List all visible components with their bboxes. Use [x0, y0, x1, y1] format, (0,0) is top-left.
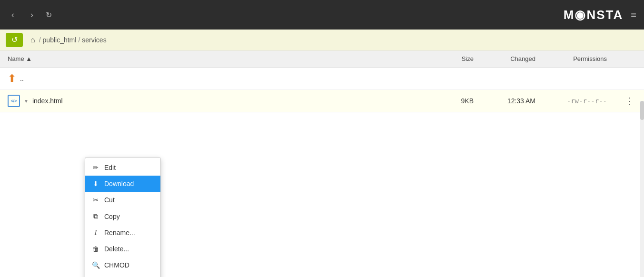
- col-permissions-header: Permissions: [543, 50, 614, 68]
- context-menu-item-edit[interactable]: ✏ Edit: [85, 159, 160, 176]
- html-file-icon: </>: [8, 95, 20, 107]
- col-size-header: Size: [434, 50, 481, 68]
- logo: M◉NSTA: [564, 8, 624, 22]
- col-actions-header: [614, 50, 644, 68]
- back-button[interactable]: ‹: [8, 8, 18, 22]
- file-manager-area: Name ▲ Size Changed Permissions ⬆ ..: [0, 50, 644, 112]
- edit-icon: ✏: [92, 164, 99, 171]
- file-name-cell: ⬆ ..: [0, 68, 434, 90]
- logo-area: M◉NSTA ≡: [564, 8, 636, 22]
- file-name: index.html: [32, 97, 63, 105]
- col-name-header[interactable]: Name ▲: [0, 50, 434, 68]
- scrollbar-track[interactable]: [640, 101, 644, 277]
- copy-icon: ⧉: [92, 212, 99, 220]
- context-menu-item-copy[interactable]: ⧉ Copy: [85, 208, 160, 225]
- context-menu-item-chmod[interactable]: 🔍 CHMOD: [85, 257, 160, 273]
- delete-icon: 🗑: [92, 245, 99, 253]
- cut-icon: ✂: [92, 196, 99, 204]
- forward-button[interactable]: ›: [27, 8, 37, 22]
- file-changed: [481, 68, 543, 90]
- context-menu-label: Download: [104, 180, 134, 188]
- context-menu: ✏ Edit ⬇ Download ✂ Cut ⧉ Copy I Rename.…: [85, 157, 161, 277]
- context-menu-trigger-icon: ▼: [24, 99, 29, 104]
- breadcrumb-public-html[interactable]: public_html: [43, 36, 77, 44]
- top-bar: ‹ › ↻ M◉NSTA ≡: [0, 0, 644, 30]
- context-menu-label: Cut: [104, 196, 115, 204]
- breadcrumb-sep2: /: [78, 36, 80, 44]
- hamburger-button[interactable]: ≡: [631, 10, 636, 20]
- context-menu-item-delete[interactable]: 🗑 Delete...: [85, 241, 160, 257]
- table-header-row: Name ▲ Size Changed Permissions: [0, 50, 644, 68]
- folder-icon: ⬆: [8, 72, 16, 85]
- file-actions: [614, 68, 644, 90]
- refresh-icon[interactable]: ↻: [46, 10, 52, 20]
- context-menu-label: CHMOD: [104, 261, 129, 269]
- table-row[interactable]: ⬆ ..: [0, 68, 644, 90]
- file-name: ..: [20, 75, 24, 82]
- file-name-cell: </> ▼ index.html: [0, 90, 434, 112]
- context-menu-label: Copy: [104, 213, 120, 220]
- context-menu-label: Delete...: [104, 245, 129, 253]
- context-menu-item-rename[interactable]: I Rename...: [85, 225, 160, 241]
- nav-controls: ‹ › ↻: [8, 8, 52, 22]
- restore-button[interactable]: ↺: [6, 33, 23, 47]
- table-row[interactable]: </> ▼ index.html 9KB 12:33 AM -rw-r--r--…: [0, 90, 644, 112]
- file-table: Name ▲ Size Changed Permissions ⬆ ..: [0, 50, 644, 112]
- logo-o: ◉: [575, 8, 586, 22]
- chmod-icon: 🔍: [92, 261, 99, 269]
- restore-icon: ↺: [11, 35, 18, 44]
- context-menu-label: Rename...: [104, 229, 135, 237]
- file-permissions: -rw-r--r--: [543, 90, 614, 112]
- file-permissions: [543, 68, 614, 90]
- context-menu-item-cut[interactable]: ✂ Cut: [85, 192, 160, 208]
- breadcrumb-bar: ↺ ⌂ / public_html / services: [0, 30, 644, 50]
- context-menu-item-properties[interactable]: ℹ Properties: [85, 273, 160, 277]
- breadcrumb-services[interactable]: services: [82, 36, 106, 44]
- context-menu-label: Edit: [104, 164, 116, 171]
- col-changed-header: Changed: [481, 50, 543, 68]
- scrollbar-thumb[interactable]: [640, 101, 644, 120]
- download-icon: ⬇: [92, 180, 99, 188]
- file-size: [434, 68, 481, 90]
- rename-icon: I: [92, 229, 99, 237]
- breadcrumb-home-icon: ⌂: [30, 36, 35, 44]
- file-size: 9KB: [434, 90, 481, 112]
- three-dots-button[interactable]: ⋮: [622, 95, 636, 107]
- file-actions-cell: ⋮: [614, 90, 644, 112]
- file-changed: 12:33 AM: [481, 90, 543, 112]
- context-menu-item-download[interactable]: ⬇ Download: [85, 176, 160, 192]
- breadcrumb-sep1: /: [39, 36, 41, 44]
